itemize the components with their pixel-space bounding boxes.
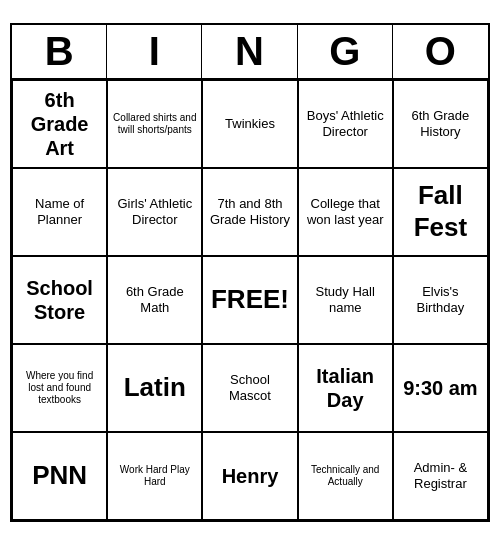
cell-content: Henry bbox=[222, 464, 279, 488]
cell-content: Italian Day bbox=[303, 364, 388, 412]
bingo-cell-3-4: 9:30 am bbox=[393, 344, 488, 432]
cell-content: Name of Planner bbox=[17, 196, 102, 227]
bingo-grid: 6th Grade ArtCollared shirts and twill s… bbox=[12, 80, 488, 520]
bingo-card: BINGO 6th Grade ArtCollared shirts and t… bbox=[10, 23, 490, 522]
cell-content: Collared shirts and twill shorts/pants bbox=[112, 112, 197, 136]
header-letter: I bbox=[107, 25, 202, 78]
bingo-cell-0-4: 6th Grade History bbox=[393, 80, 488, 168]
cell-content: FREE! bbox=[211, 284, 289, 315]
header-letter: G bbox=[298, 25, 393, 78]
cell-content: Technically and Actually bbox=[303, 464, 388, 488]
bingo-cell-1-1: Girls' Athletic Director bbox=[107, 168, 202, 256]
bingo-cell-0-0: 6th Grade Art bbox=[12, 80, 107, 168]
bingo-cell-0-3: Boys' Athletic Director bbox=[298, 80, 393, 168]
cell-content: Study Hall name bbox=[303, 284, 388, 315]
cell-content: Latin bbox=[124, 372, 186, 403]
bingo-cell-1-4: Fall Fest bbox=[393, 168, 488, 256]
header-letter: O bbox=[393, 25, 488, 78]
header-letter: N bbox=[202, 25, 297, 78]
cell-content: 6th Grade Art bbox=[17, 88, 102, 160]
bingo-cell-2-3: Study Hall name bbox=[298, 256, 393, 344]
bingo-cell-3-3: Italian Day bbox=[298, 344, 393, 432]
bingo-cell-2-0: School Store bbox=[12, 256, 107, 344]
cell-content: Boys' Athletic Director bbox=[303, 108, 388, 139]
bingo-cell-1-0: Name of Planner bbox=[12, 168, 107, 256]
bingo-header: BINGO bbox=[12, 25, 488, 80]
cell-content: School Mascot bbox=[207, 372, 292, 403]
bingo-cell-4-4: Admin- & Registrar bbox=[393, 432, 488, 520]
cell-content: 9:30 am bbox=[403, 376, 478, 400]
cell-content: Elvis's Birthday bbox=[398, 284, 483, 315]
bingo-cell-0-1: Collared shirts and twill shorts/pants bbox=[107, 80, 202, 168]
bingo-cell-1-2: 7th and 8th Grade History bbox=[202, 168, 297, 256]
bingo-cell-4-0: PNN bbox=[12, 432, 107, 520]
bingo-cell-3-2: School Mascot bbox=[202, 344, 297, 432]
cell-content: Admin- & Registrar bbox=[398, 460, 483, 491]
cell-content: PNN bbox=[32, 460, 87, 491]
bingo-cell-3-0: Where you find lost and found textbooks bbox=[12, 344, 107, 432]
cell-content: College that won last year bbox=[303, 196, 388, 227]
bingo-cell-4-1: Work Hard Play Hard bbox=[107, 432, 202, 520]
cell-content: 6th Grade Math bbox=[112, 284, 197, 315]
cell-content: Fall Fest bbox=[398, 180, 483, 242]
bingo-cell-3-1: Latin bbox=[107, 344, 202, 432]
bingo-cell-2-2: FREE! bbox=[202, 256, 297, 344]
cell-content: Twinkies bbox=[225, 116, 275, 132]
cell-content: School Store bbox=[17, 276, 102, 324]
cell-content: 6th Grade History bbox=[398, 108, 483, 139]
bingo-cell-2-4: Elvis's Birthday bbox=[393, 256, 488, 344]
bingo-cell-0-2: Twinkies bbox=[202, 80, 297, 168]
cell-content: 7th and 8th Grade History bbox=[207, 196, 292, 227]
cell-content: Where you find lost and found textbooks bbox=[17, 370, 102, 406]
cell-content: Girls' Athletic Director bbox=[112, 196, 197, 227]
bingo-cell-4-2: Henry bbox=[202, 432, 297, 520]
bingo-cell-4-3: Technically and Actually bbox=[298, 432, 393, 520]
header-letter: B bbox=[12, 25, 107, 78]
bingo-cell-1-3: College that won last year bbox=[298, 168, 393, 256]
bingo-cell-2-1: 6th Grade Math bbox=[107, 256, 202, 344]
cell-content: Work Hard Play Hard bbox=[112, 464, 197, 488]
